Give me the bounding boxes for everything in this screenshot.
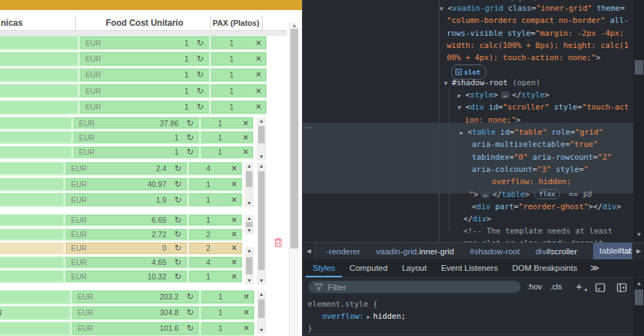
pax-field[interactable]: 4× [189, 257, 242, 267]
food-cost-field[interactable]: EUR1↻ [80, 85, 209, 97]
item-name-cell[interactable]: N [0, 307, 70, 319]
scroll-up-icon[interactable]: ▲ [290, 22, 299, 29]
cost-value[interactable]: 2.72 [152, 230, 166, 239]
cost-value[interactable]: 1 [184, 54, 189, 63]
inline-expand-button[interactable]: … [480, 191, 490, 198]
dom-tree-line[interactable]: tabindex="0" aria-rowcount="2" [472, 151, 612, 163]
cost-value[interactable]: 4.65 [152, 258, 166, 267]
cost-value[interactable]: 1 [184, 39, 189, 47]
pax-field[interactable]: 4× [189, 163, 242, 174]
clear-icon[interactable]: × [256, 54, 261, 64]
pax-field[interactable]: 1× [202, 307, 254, 319]
clear-icon[interactable]: × [232, 272, 237, 282]
clear-icon[interactable]: × [232, 195, 237, 205]
clear-icon[interactable]: × [256, 38, 261, 48]
dom-tree-line[interactable]: ion: none;"> [465, 114, 521, 126]
item-name-cell[interactable] [0, 291, 70, 303]
pax-value[interactable]: 2 [190, 230, 227, 239]
cost-value[interactable]: 6.65 [152, 216, 166, 224]
clear-icon[interactable]: × [232, 215, 237, 225]
breadcrumb-item[interactable]: vaadin-grid.inner-grid [376, 247, 454, 256]
item-name-cell[interactable] [0, 163, 63, 174]
refresh-icon[interactable]: ↻ [186, 118, 194, 128]
breadcrumb-item[interactable]: #shadow-root [470, 247, 520, 256]
scroll-down-icon[interactable]: ▼ [257, 277, 266, 284]
clear-icon[interactable]: × [232, 257, 237, 267]
dom-tree-line[interactable]: 00% + 4px); touch-action: none;"> [447, 52, 601, 64]
scroll-up-icon[interactable]: ▲ [257, 291, 266, 298]
expand-longhand-icon[interactable]: ▶ [367, 314, 371, 320]
pax-field[interactable]: 2× [189, 243, 242, 253]
breadcrumb-back-button[interactable]: ◀ [303, 243, 316, 259]
tab-computed[interactable]: Computed [342, 259, 394, 277]
pax-field[interactable]: 1× [212, 37, 266, 49]
breadcrumb-item[interactable]: -renderer [326, 247, 360, 256]
tab-styles[interactable]: Styles [306, 259, 342, 277]
clear-icon[interactable]: × [243, 147, 248, 157]
item-name-cell[interactable] [0, 229, 63, 239]
refresh-icon[interactable]: ↻ [174, 229, 181, 239]
pax-value[interactable]: 1 [202, 308, 239, 317]
style-declaration[interactable]: overflow:▶hidden; [322, 312, 406, 321]
pax-value[interactable]: 2 [190, 244, 227, 252]
computed-sidebar-toggle-icon[interactable] [617, 282, 627, 295]
pax-value[interactable]: 1 [190, 216, 227, 224]
pax-field[interactable]: 1× [202, 322, 254, 335]
item-name-cell[interactable] [0, 243, 63, 253]
pax-value[interactable]: 4 [190, 258, 227, 267]
pax-value[interactable]: 1 [202, 148, 238, 156]
scroll-down-icon[interactable]: ▼ [245, 227, 254, 234]
cost-value[interactable]: 10.32 [148, 272, 166, 281]
inner-scrollbar[interactable]: ▲ ▼ [257, 117, 266, 160]
flex-badge[interactable]: flex [534, 189, 561, 199]
food-cost-field[interactable]: EUR37.86↻ [74, 117, 199, 128]
food-cost-field[interactable]: EUR2.4↻ [66, 163, 186, 174]
inner-scrollbar[interactable]: ▲ ▼ [245, 247, 254, 284]
pax-value[interactable]: 1 [212, 39, 251, 47]
pax-value[interactable]: 1 [190, 196, 227, 204]
cost-value[interactable]: 101.6 [160, 324, 179, 332]
refresh-icon[interactable]: ↻ [174, 257, 181, 267]
pax-field[interactable]: 1× [189, 178, 242, 190]
refresh-icon[interactable]: ↻ [174, 195, 181, 205]
refresh-icon[interactable]: ↻ [196, 102, 204, 112]
dom-tree-line[interactable]: overflow: hidden; [492, 176, 572, 188]
scroll-up-icon[interactable]: ▲ [633, 280, 644, 287]
food-cost-field[interactable]: EUR203.2↻ [72, 291, 199, 303]
cost-value[interactable]: 304.8 [160, 308, 179, 317]
scroll-up-icon[interactable]: ▲ [257, 163, 266, 170]
item-name-cell[interactable] [0, 117, 71, 128]
scrollbar-thumb[interactable] [258, 126, 265, 143]
item-name-cell[interactable] [0, 178, 63, 190]
pax-value[interactable]: 1 [202, 324, 239, 332]
dom-tree-line[interactable]: </div> [463, 213, 491, 225]
scrollbar-thumb[interactable] [246, 222, 252, 227]
dom-tree-line[interactable]: "column-borders compact no-border" all- [447, 14, 629, 27]
toggle-class-button[interactable]: .cls [550, 278, 562, 296]
scrollbar-thumb[interactable] [258, 171, 265, 270]
refresh-icon[interactable]: ↻ [174, 272, 181, 282]
more-tabs-icon[interactable]: ≫ [584, 259, 605, 277]
toggle-hover-state-button[interactable]: :hov [527, 278, 542, 296]
breadcrumb-item[interactable]: div#scroller [536, 247, 577, 256]
new-style-rule-dropdown-icon[interactable]: ▼ [584, 288, 588, 292]
cost-value[interactable]: 1 [174, 148, 179, 156]
cost-value[interactable]: 0 [162, 244, 166, 252]
cost-value[interactable]: 1.9 [156, 196, 166, 204]
inline-expand-button[interactable]: … [501, 91, 510, 99]
pax-value[interactable]: 1 [202, 119, 238, 128]
scroll-up-icon[interactable]: ▲ [257, 117, 266, 125]
pax-value[interactable]: 1 [202, 133, 238, 142]
clear-icon[interactable]: × [244, 323, 249, 333]
refresh-icon[interactable]: ↻ [186, 307, 194, 317]
scroll-down-icon[interactable]: ▼ [257, 153, 266, 160]
dom-tree-line[interactable]: width: calc(100% + 8px); height: calc(1 [447, 39, 629, 52]
food-cost-field[interactable]: EUR6.65↻ [66, 215, 186, 225]
dom-tree-line[interactable]: ▼<div id="scroller" style="touch-act [458, 101, 629, 114]
pax-field[interactable]: 1× [189, 271, 242, 281]
inner-scrollbar[interactable]: ▲ ▼ [245, 215, 254, 234]
clear-icon[interactable]: × [232, 243, 237, 253]
clear-icon[interactable]: × [243, 118, 248, 128]
refresh-icon[interactable]: ↻ [186, 133, 194, 143]
pax-value[interactable]: 1 [212, 54, 251, 63]
